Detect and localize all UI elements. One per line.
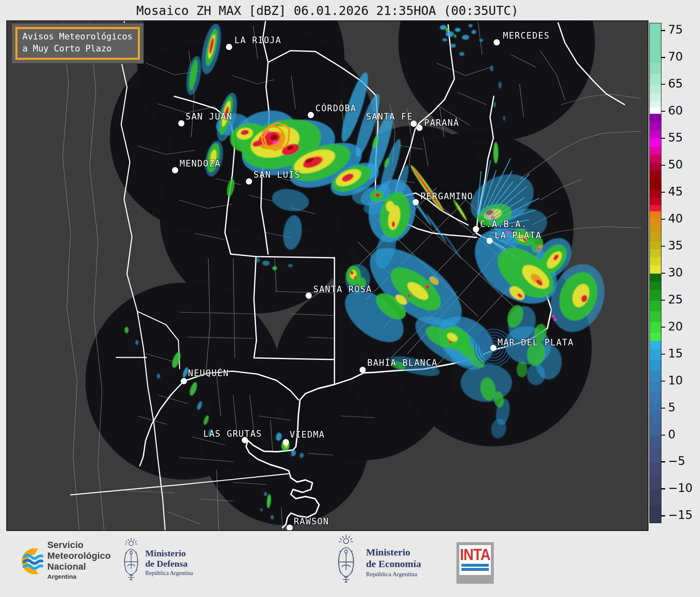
inta-logo-bar1 — [461, 564, 489, 567]
city-label: BAHÍA BLANCA — [367, 357, 438, 368]
colorbar-tick-label: 35 — [668, 239, 683, 252]
colorbar-segment — [650, 476, 661, 489]
smn-logo-icon — [17, 541, 44, 582]
colorbar-tick-label: 5 — [668, 400, 676, 414]
colorbar-tick-label: 70 — [668, 50, 683, 64]
colorbar-tick-mark — [661, 381, 665, 382]
city-label: MERCEDES — [503, 31, 550, 41]
colorbar-segment — [650, 122, 661, 131]
ministerio-defensa-text[interactable]: Ministerio de Defensa República Argentin… — [145, 548, 193, 577]
city-label: SANTA FE — [366, 112, 413, 122]
colorbar-tick-label: 45 — [668, 185, 683, 198]
colorbar-segment — [650, 171, 661, 179]
colorbar-tick-mark — [661, 515, 665, 516]
radar-echo — [446, 28, 449, 32]
colorbar-segment — [650, 139, 661, 147]
colorbar-tick-mark — [661, 138, 665, 139]
smn-text-line2: Meteorológico — [47, 551, 111, 561]
colorbar-tick-mark — [661, 246, 665, 247]
alert-legend-line2: a Muy Corto Plazo — [22, 43, 133, 55]
radar-echo — [479, 39, 483, 42]
smn-logo-text[interactable]: Servicio Meteorológico Nacional Argentin… — [47, 540, 111, 580]
colorbar-segment — [650, 349, 661, 360]
colorbar-tick-label: −15 — [668, 508, 693, 522]
radar-echo — [462, 35, 469, 40]
colorbar-segment — [650, 190, 661, 198]
colorbar-tick-mark — [661, 461, 665, 462]
colorbar-tick-mark — [661, 408, 665, 409]
colorbar-tick-label: 10 — [668, 373, 683, 387]
radar-echo — [455, 28, 461, 32]
alert-legend-box[interactable]: Avisos Meteorológicos a Muy Corto Plazo — [12, 23, 144, 64]
colorbar-tick-mark — [661, 165, 665, 166]
radar-echo — [454, 34, 456, 38]
city-label: RAWSON — [294, 516, 329, 526]
smn-logo[interactable] — [17, 541, 44, 583]
colorbar-tick-mark — [661, 300, 665, 301]
radar-echo — [493, 142, 498, 164]
colorbar-segment — [650, 333, 661, 341]
city-marker — [178, 120, 185, 127]
city-label: NEUQUÉN — [188, 368, 229, 378]
city-label: VIEDMA — [290, 430, 325, 440]
city-label: SAN JUAN — [185, 112, 232, 122]
radar-echo — [260, 508, 263, 511]
colorbar — [649, 23, 661, 523]
ministerio-economia-text[interactable]: Ministerio de Economía República Argenti… — [366, 546, 421, 578]
inta-logo-bar2 — [461, 568, 489, 571]
colorbar-segment — [650, 211, 661, 218]
radar-echo — [124, 327, 129, 333]
colorbar-segment — [650, 301, 661, 311]
defensa-title-line2: de Defensa — [145, 558, 193, 569]
colorbar-segment — [650, 198, 661, 205]
city-label: MAR DEL PLATA — [498, 338, 574, 347]
colorbar-segment — [650, 85, 661, 93]
city-label: PARANÁ — [424, 117, 459, 128]
city-marker — [226, 44, 232, 50]
economia-title-line2: de Economía — [366, 558, 421, 570]
colorbar-segment — [650, 163, 661, 171]
colorbar-tick-mark — [661, 273, 665, 274]
alert-legend-border: Avisos Meteorológicos a Muy Corto Plazo — [15, 27, 140, 60]
defensa-coat-of-arms — [122, 535, 141, 589]
colorbar-tick-label: 65 — [668, 77, 683, 91]
radar-echo — [553, 318, 556, 321]
radar-echo — [446, 31, 454, 37]
city-marker — [308, 112, 314, 118]
colorbar-segment — [650, 265, 661, 274]
city-label: LAS GRUTAS — [203, 429, 262, 439]
colorbar-segment — [650, 108, 661, 114]
defensa-subtitle: República Argentina — [145, 570, 193, 577]
colorbar-segment — [650, 392, 661, 403]
inta-logo-panel: INTA — [459, 545, 491, 575]
colorbar-segment — [650, 403, 661, 414]
smn-text-line3: Nacional — [47, 561, 111, 572]
colorbar-tick-mark — [661, 327, 665, 328]
colorbar-tick-mark — [661, 57, 665, 58]
radar-echo — [450, 44, 456, 48]
colorbar-segment — [650, 114, 661, 122]
radar-echo — [386, 201, 394, 212]
colorbar-tick-label: 30 — [668, 266, 683, 279]
radar-echo — [471, 30, 476, 34]
colorbar-tick-label: 20 — [668, 320, 683, 333]
colorbar-segment — [650, 281, 661, 290]
colorbar-tick-mark — [661, 111, 665, 112]
page: { "title": "Mosaico ZH MAX [dBZ] 06.01.2… — [0, 0, 700, 597]
inta-logo[interactable]: INTA — [456, 542, 494, 584]
colorbar-tick-mark — [661, 435, 665, 436]
colorbar-segment — [650, 274, 661, 282]
radar-echo — [503, 116, 505, 121]
colorbar-segment — [650, 218, 661, 225]
radar-echo — [272, 266, 277, 270]
city-marker — [494, 39, 500, 46]
city-marker — [306, 293, 312, 299]
city-label: SANTA ROSA — [313, 284, 372, 294]
radar-echo — [288, 264, 293, 267]
radar-echo — [493, 102, 496, 108]
city-label: SAN LUIS — [254, 170, 300, 180]
city-marker — [181, 378, 187, 384]
colorbar-segment — [650, 290, 661, 301]
radar-echo — [271, 515, 274, 519]
colorbar-segment — [650, 179, 661, 190]
